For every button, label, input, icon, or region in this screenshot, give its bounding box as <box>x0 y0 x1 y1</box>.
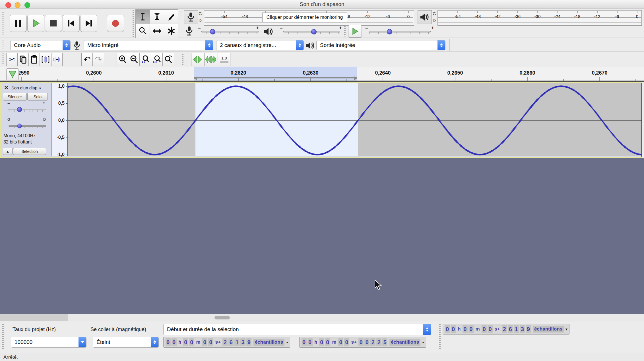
playback-speed-display[interactable]: 1.0 <box>218 53 230 66</box>
skip-to-start-button[interactable] <box>63 15 80 32</box>
redo-button[interactable]: ↷ <box>93 53 104 66</box>
time-digit[interactable]: 0 <box>202 338 207 346</box>
copy-button[interactable] <box>17 53 29 66</box>
track-title[interactable]: Son d'un diap ▼ <box>11 85 42 90</box>
silence-audio-button[interactable] <box>51 53 63 66</box>
horizontal-scrollbar[interactable] <box>0 314 644 322</box>
time-digit[interactable]: 0 <box>451 325 456 333</box>
time-digit[interactable]: 0 <box>307 338 313 346</box>
time-digit[interactable]: 6 <box>508 325 513 333</box>
meter-grabber[interactable] <box>180 11 182 36</box>
pan-thumb[interactable] <box>17 124 22 128</box>
time-unit[interactable]: échantillons <box>389 339 420 346</box>
time-digit[interactable]: 2 <box>502 325 507 333</box>
multi-tool-button[interactable] <box>164 24 178 38</box>
time-digit[interactable]: 0 <box>189 338 194 346</box>
time-digit[interactable]: 2 <box>222 338 228 346</box>
input-volume-thumb[interactable] <box>210 29 215 34</box>
selection-toolbar-grabber[interactable] <box>2 324 4 349</box>
play-speed-thumb[interactable] <box>387 29 392 34</box>
output-volume-thumb[interactable] <box>311 29 317 34</box>
time-unit[interactable]: échantillons <box>253 339 284 346</box>
edit-grabber[interactable] <box>2 54 4 65</box>
snap-to-select[interactable]: Éteint <box>93 337 159 348</box>
zoom-selection-button[interactable] <box>139 53 151 66</box>
zoom-toggle-button[interactable] <box>162 53 174 66</box>
zoom-in-button[interactable] <box>117 53 128 66</box>
skip-to-end-button[interactable] <box>80 15 97 32</box>
time-format-menu-icon[interactable]: ▾ <box>422 340 424 344</box>
time-digit[interactable]: 0 <box>488 325 493 333</box>
project-rate-select[interactable]: 100000 <box>11 337 86 348</box>
mute-button[interactable]: Silencer <box>3 93 27 100</box>
stop-button[interactable] <box>45 15 62 32</box>
time-format-menu-icon[interactable]: ▾ <box>565 327 567 331</box>
timeline-ruler[interactable]: 0,25900,26000,26100,26200,26300,26400,26… <box>0 67 644 81</box>
selection-tool-button[interactable] <box>135 9 150 24</box>
position-grabber[interactable] <box>439 324 441 349</box>
speed-grabber[interactable] <box>344 26 346 36</box>
undo-button[interactable]: ↶ <box>81 53 93 66</box>
time-digit[interactable]: 0 <box>445 325 450 333</box>
time-digit[interactable]: 0 <box>302 338 307 346</box>
timeline-pin-button[interactable] <box>6 68 19 80</box>
trim-outside-button[interactable] <box>40 53 51 66</box>
track-select-button[interactable]: Sélection <box>13 148 46 155</box>
time-digit[interactable]: 5 <box>382 338 387 346</box>
time-digit[interactable]: 0 <box>183 338 188 346</box>
play-at-speed-toolbar-button[interactable] <box>191 53 204 66</box>
time-unit[interactable]: échantillons <box>533 326 564 333</box>
selection-range-indicator[interactable] <box>194 77 357 79</box>
toolbar-grabber[interactable] <box>2 12 4 36</box>
output-device-select[interactable]: Sortie intégrée <box>316 40 445 50</box>
play-meter[interactable]: -54-48-42-36-30-24-18-12-60 <box>437 10 642 26</box>
loop-play-at-speed-button[interactable] <box>204 53 217 66</box>
audio-host-select[interactable]: Core Audio <box>10 40 71 50</box>
play-at-speed-button[interactable] <box>348 25 362 38</box>
time-digit[interactable]: 0 <box>482 325 487 333</box>
time-digit[interactable]: 0 <box>166 338 171 346</box>
selection-length-display[interactable]: 00h00m00s+00225échantillons▾ <box>299 337 426 348</box>
time-digit[interactable]: 9 <box>246 338 251 346</box>
waveform[interactable] <box>68 83 641 156</box>
play-meter-speaker-button[interactable] <box>418 10 432 24</box>
envelope-tool-button[interactable] <box>150 9 164 24</box>
pause-button[interactable] <box>10 15 27 32</box>
time-digit[interactable]: 0 <box>319 338 324 346</box>
solo-button[interactable]: Solo <box>27 93 48 100</box>
time-digit[interactable]: 6 <box>228 338 234 346</box>
track-close-button[interactable]: ✕ <box>3 85 9 91</box>
input-device-select[interactable]: Micro intégré <box>84 40 213 50</box>
cut-button[interactable]: ✂ <box>6 53 18 66</box>
play-button[interactable] <box>27 15 44 32</box>
vertical-ruler[interactable]: 1,00,50,0-0,5-1,0 <box>52 83 68 156</box>
time-digit[interactable]: 0 <box>208 338 213 346</box>
time-format-menu-icon[interactable]: ▾ <box>286 340 288 344</box>
paste-button[interactable] <box>28 53 40 66</box>
tools-grabber[interactable] <box>133 10 134 37</box>
collapse-track-button[interactable]: ▲ <box>3 148 13 155</box>
timeshift-tool-button[interactable] <box>150 24 164 38</box>
audio-position-display[interactable]: 00h00m00s+26139échantillons▾ <box>443 324 569 335</box>
time-digit[interactable]: 0 <box>172 338 177 346</box>
scrollbar-thumb[interactable] <box>214 316 230 319</box>
selection-mode-select[interactable]: Début et durée de la sélection <box>163 324 431 335</box>
gain-thumb[interactable] <box>17 107 22 112</box>
track-menu-arrow-icon[interactable]: ▼ <box>38 87 42 90</box>
draw-tool-button[interactable] <box>164 9 178 24</box>
device-grabber[interactable] <box>2 40 4 50</box>
time-digit[interactable]: 9 <box>526 325 531 333</box>
time-digit[interactable]: 0 <box>344 338 349 346</box>
time-digit[interactable]: 3 <box>520 325 525 333</box>
time-digit[interactable]: 0 <box>325 338 330 346</box>
zoom-out-button[interactable] <box>128 53 140 66</box>
time-digit[interactable]: 0 <box>468 325 474 333</box>
selection-start-display[interactable]: 00h00m00s+26139échantillons▾ <box>163 337 290 348</box>
time-digit[interactable]: 2 <box>376 338 381 346</box>
record-meter-mic-button[interactable] <box>184 10 198 24</box>
time-digit[interactable]: 3 <box>240 338 245 346</box>
time-digit[interactable]: 1 <box>234 338 240 346</box>
speed-mini-slider[interactable] <box>220 61 228 63</box>
zoom-tool-button[interactable] <box>135 24 150 38</box>
time-digit[interactable]: 0 <box>364 338 370 346</box>
